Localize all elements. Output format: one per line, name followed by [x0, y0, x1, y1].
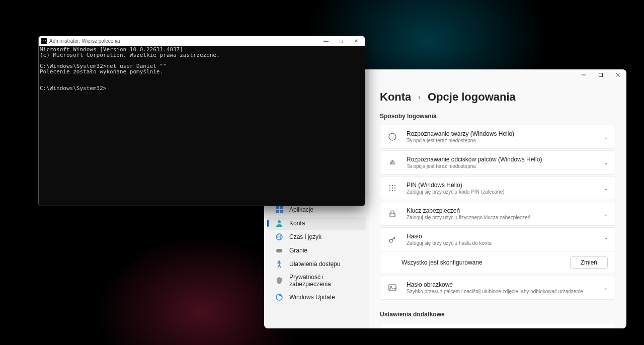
password-expanded-body: Wszystko jest skonfigurowane Zmień [380, 251, 615, 274]
option-title: Rozpoznawanie twarzy (Windows Hello) [407, 130, 595, 137]
option-subtitle: Ta opcja jest teraz niedostępna [407, 163, 595, 169]
svg-point-19 [389, 185, 390, 186]
option-text: Rozpoznawanie twarzy (Windows Hello) Ta … [407, 130, 595, 143]
svg-point-24 [394, 188, 395, 189]
svg-point-22 [389, 188, 390, 189]
svg-point-13 [278, 261, 280, 263]
breadcrumb-page: Opcje logowania [428, 91, 516, 104]
option-picture-password[interactable]: Hasło obrazkowe Szybko przesuń palcem i … [380, 276, 615, 300]
option-title: Hasło [407, 233, 595, 240]
chevron-up-icon: ⌃ [604, 237, 608, 242]
option-title: PIN (Windows Hello) [407, 182, 595, 189]
cmd-output[interactable]: Microsoft Windows [Version 10.0.22631.40… [39, 46, 365, 206]
key-icon [387, 234, 397, 244]
sidebar-item-gaming[interactable]: Granie [267, 244, 366, 257]
option-title: Rozpoznawanie odcisków palców (Windows H… [407, 156, 595, 163]
change-button[interactable]: Zmień [570, 256, 608, 269]
svg-rect-5 [280, 206, 283, 209]
sidebar-label: Konta [289, 220, 305, 227]
section-title: Sposoby logowania [380, 113, 615, 120]
option-subtitle: Zaloguj się przy użyciu hasła do konta [407, 240, 595, 246]
sidebar-item-privacy[interactable]: Prywatność i zabezpieczenia [267, 271, 366, 290]
option-text: Hasło Zaloguj się przy użyciu hasła do k… [407, 233, 595, 246]
option-title: Hasło obrazkowe [407, 281, 595, 288]
sidebar-label: Prywatność i zabezpieczenia [289, 274, 361, 288]
option-text: Klucz zabezpieczeń Zaloguj się przy użyc… [407, 207, 595, 220]
close-button[interactable]: ✕ [353, 38, 360, 44]
cmd-window: C:\ Administrator: Wiersz polecenia — □ … [38, 36, 365, 206]
svg-point-27 [394, 190, 395, 191]
svg-point-26 [392, 190, 393, 191]
option-security-key[interactable]: Klucz zabezpieczeń Zaloguj się przy użyc… [380, 202, 615, 226]
sidebar-item-windows-update[interactable]: Windows Update [267, 291, 366, 304]
sidebar-item-accessibility[interactable]: Ułatwienia dostępu [267, 257, 366, 271]
chevron-down-icon: ⌄ [604, 160, 608, 165]
minimize-button[interactable]: — [323, 38, 330, 44]
svg-point-8 [278, 220, 281, 223]
option-password[interactable]: Hasło Zaloguj się przy użyciu hasła do k… [380, 227, 615, 251]
face-icon [387, 132, 397, 142]
svg-rect-12 [276, 249, 282, 252]
option-subtitle: Ta opcja jest teraz niedostępna [407, 138, 595, 143]
svg-line-31 [394, 238, 395, 239]
svg-point-23 [392, 188, 393, 189]
gaming-icon [275, 246, 283, 254]
keypad-icon [387, 183, 397, 193]
svg-point-21 [394, 185, 395, 186]
picture-icon [387, 283, 397, 293]
svg-rect-32 [389, 285, 396, 291]
cmd-window-controls: — □ ✕ [323, 38, 363, 44]
accessibility-icon [275, 260, 283, 268]
svg-point-33 [390, 286, 392, 288]
option-fingerprint[interactable]: Rozpoznawanie odcisków palców (Windows H… [380, 150, 615, 175]
fingerprint-icon [387, 157, 397, 167]
option-subtitle: Zaloguj się przy użyciu kodu PIN (zaleca… [407, 189, 595, 195]
breadcrumb-root[interactable]: Konta [380, 91, 411, 104]
maximize-button[interactable] [592, 69, 609, 80]
clock-globe-icon [275, 233, 283, 241]
maximize-button[interactable]: □ [338, 38, 345, 44]
breadcrumb: Konta › Opcje logowania [380, 91, 615, 104]
settings-main: Konta › Opcje logowania Sposoby logowani… [369, 69, 626, 328]
sidebar-label: Aplikacje [289, 206, 313, 213]
sidebar-item-accounts[interactable]: Konta [267, 217, 366, 230]
cmd-titlebar[interactable]: C:\ Administrator: Wiersz polecenia — □ … [39, 36, 365, 46]
svg-rect-1 [599, 73, 603, 77]
password-status: Wszystko jest skonfigurowane [401, 259, 570, 266]
chevron-down-icon: ⌄ [604, 211, 608, 217]
svg-rect-7 [280, 210, 283, 213]
option-text: Hasło obrazkowe Szybko przesuń palcem i … [407, 281, 595, 294]
chevron-down-icon: ⌄ [604, 285, 608, 291]
svg-rect-28 [390, 213, 395, 217]
shield-icon [275, 277, 283, 285]
option-title: Klucz zabezpieczeń [407, 207, 595, 214]
sidebar-label: Granie [289, 247, 307, 254]
option-face-recognition[interactable]: Rozpoznawanie twarzy (Windows Hello) Ta … [380, 125, 615, 149]
svg-rect-4 [276, 206, 279, 209]
minimize-button[interactable] [575, 69, 592, 80]
sidebar-label: Ułatwienia dostępu [289, 261, 340, 268]
option-text: Rozpoznawanie odcisków palców (Windows H… [407, 156, 595, 169]
lock-icon [387, 209, 397, 219]
cmd-title: Administrator: Wiersz polecenia [49, 38, 323, 44]
apps-icon [275, 206, 283, 214]
settings-window-controls [575, 69, 626, 80]
option-pin[interactable]: PIN (Windows Hello) Zaloguj się przy uży… [380, 176, 615, 200]
option-subtitle: Szybko przesuń palcem i naciśnij ulubion… [407, 289, 595, 294]
svg-point-20 [392, 185, 393, 186]
sidebar-label: Czas i język [289, 233, 321, 240]
option-text: PIN (Windows Hello) Zaloguj się przy uży… [407, 182, 595, 195]
additional-settings-title: Ustawienia dodatkowe [380, 311, 615, 318]
svg-rect-6 [276, 210, 279, 213]
svg-point-18 [393, 136, 394, 137]
option-subtitle: Zaloguj się przy użyciu fizycznego klucz… [407, 215, 595, 220]
sidebar-label: Windows Update [289, 294, 335, 301]
chevron-down-icon: ⌄ [604, 134, 608, 140]
chevron-down-icon: ⌄ [604, 186, 608, 191]
sidebar-item-time-language[interactable]: Czas i język [267, 230, 366, 243]
svg-point-16 [389, 133, 396, 140]
account-icon [275, 219, 283, 227]
close-button[interactable] [609, 69, 626, 80]
update-icon [275, 293, 283, 301]
additional-signin-card: Po jakim czasie od oddalenia się od komp… [380, 323, 615, 328]
